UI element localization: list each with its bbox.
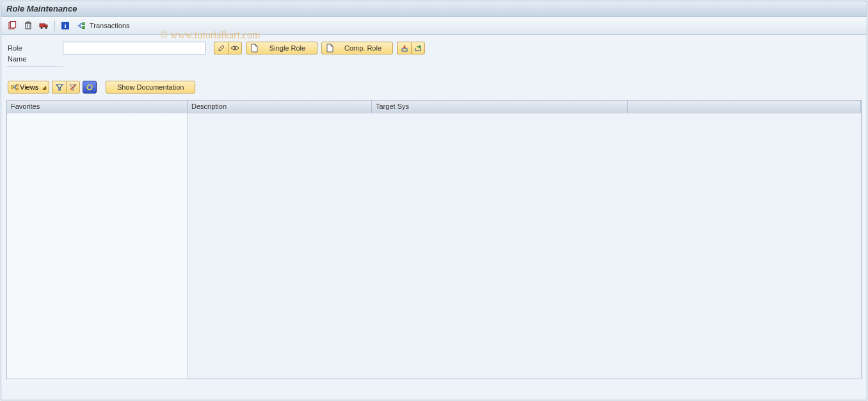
- role-row: Role Single Role Comp. Role: [6, 41, 862, 55]
- svg-rect-17: [11, 86, 13, 88]
- views-button[interactable]: Views ◢: [8, 81, 49, 94]
- app-toolbar: i Transactions: [1, 17, 867, 35]
- document-icon: [326, 44, 334, 53]
- title-bar: Role Maintenance: [1, 1, 867, 17]
- edit-display-group: [214, 42, 242, 54]
- show-doc-label: Show Documentation: [117, 83, 184, 91]
- filter-group: [52, 81, 80, 94]
- refresh-button[interactable]: [83, 81, 97, 94]
- sub-toolbar: Views ◢ Show Documentation: [6, 81, 862, 96]
- grid-col-favorites: [7, 113, 188, 379]
- single-role-label: Single Role: [262, 44, 313, 52]
- edit-button[interactable]: [214, 42, 228, 54]
- tree-icon: [11, 83, 19, 91]
- svg-rect-6: [27, 22, 29, 23]
- role-label: Role: [6, 44, 63, 52]
- views-label: Views: [20, 83, 38, 91]
- copy-icon[interactable]: [5, 19, 19, 32]
- svg-rect-16: [402, 49, 407, 51]
- svg-rect-7: [40, 24, 45, 27]
- transactions-label: Transactions: [90, 22, 130, 29]
- svg-rect-19: [17, 88, 19, 90]
- column-description[interactable]: Description: [188, 101, 372, 113]
- svg-line-20: [70, 85, 76, 90]
- favorites-grid: Favorites Description Target Sys: [6, 100, 862, 379]
- name-row: Name: [6, 59, 862, 70]
- column-target-sys[interactable]: Target Sys: [372, 101, 628, 113]
- filter-delete-button[interactable]: [66, 81, 80, 94]
- filter-button[interactable]: [52, 81, 66, 94]
- sap-window: Role Maintenance i Transactions Role: [1, 1, 867, 400]
- column-spacer: [628, 101, 861, 113]
- info-icon[interactable]: i: [58, 19, 72, 32]
- display-button[interactable]: [228, 42, 242, 54]
- main-content: Role Single Role Comp. Role: [1, 35, 867, 99]
- show-documentation-button[interactable]: Show Documentation: [106, 81, 195, 94]
- download-button[interactable]: [397, 42, 411, 54]
- svg-rect-2: [26, 23, 31, 29]
- transport-icon[interactable]: [37, 19, 51, 32]
- grid-col-rest: [188, 113, 861, 379]
- delete-icon[interactable]: [21, 19, 35, 32]
- document-icon: [250, 44, 258, 53]
- svg-rect-14: [83, 26, 84, 28]
- svg-text:i: i: [64, 22, 66, 29]
- dropdown-icon: ◢: [40, 85, 46, 90]
- svg-rect-1: [11, 21, 16, 28]
- column-favorites[interactable]: Favorites: [7, 101, 188, 113]
- transactions-button[interactable]: Transactions: [74, 19, 133, 32]
- role-actions: Single Role Comp. Role: [214, 42, 425, 54]
- separator: [54, 20, 55, 31]
- single-role-button[interactable]: Single Role: [246, 42, 317, 54]
- comp-role-button[interactable]: Comp. Role: [321, 42, 393, 54]
- svg-point-10: [45, 27, 47, 29]
- grid-body: [7, 113, 861, 379]
- svg-rect-13: [83, 22, 84, 24]
- name-label: Name: [6, 55, 63, 67]
- svg-point-15: [234, 47, 236, 49]
- svg-point-9: [41, 27, 43, 29]
- comp-role-label: Comp. Role: [337, 44, 389, 52]
- page-title: Role Maintenance: [6, 4, 77, 13]
- role-input[interactable]: [63, 42, 206, 54]
- grid-header: Favorites Description Target Sys: [7, 101, 861, 113]
- svg-rect-8: [45, 25, 47, 27]
- svg-rect-18: [17, 85, 19, 86]
- download-upload-group: [397, 42, 425, 54]
- upload-button[interactable]: [411, 42, 425, 54]
